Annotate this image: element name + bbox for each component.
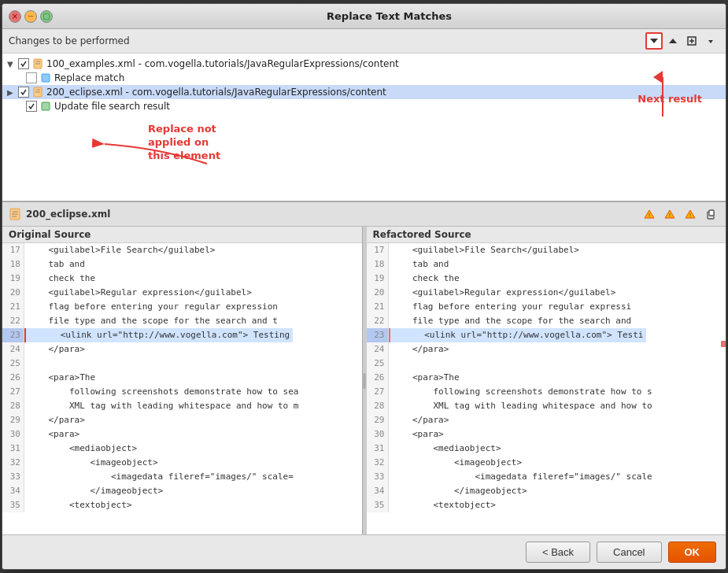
line-number: 29 <box>2 413 24 427</box>
line-number: 25 <box>2 357 24 371</box>
tree-check-file1[interactable] <box>18 58 29 69</box>
menu-button[interactable] <box>702 32 719 50</box>
line-number: 23 <box>2 328 24 342</box>
line-number: 17 <box>367 243 389 257</box>
line-code: <textobject> <box>24 498 135 512</box>
code-line: 17 <guilabel>File Search</guilabel> <box>2 243 362 257</box>
line-code: <para>The <box>389 371 463 385</box>
line-code: <guilabel>Regular expression</guilabel> <box>389 286 619 300</box>
svg-text:!: ! <box>649 213 650 218</box>
line-number: 18 <box>367 257 389 272</box>
code-line: 30 <para> <box>2 427 362 442</box>
code-line: 18 tab and <box>367 257 726 272</box>
line-code: <mediaobject> <box>389 442 504 456</box>
code-line: 17 <guilabel>File Search</guilabel> <box>367 243 726 257</box>
tree-check-file2[interactable] <box>18 87 29 98</box>
file-name: 200_eclipse.xml <box>26 209 110 220</box>
line-number: 23 <box>367 328 389 342</box>
tree-label-replace1: Replace match <box>54 72 124 83</box>
line-code: <para>The <box>24 371 98 385</box>
ok-button[interactable]: OK <box>668 542 717 563</box>
line-number: 20 <box>367 286 389 300</box>
svg-rect-24 <box>709 210 714 216</box>
changes-header: Changes to be performed <box>2 29 726 54</box>
code-line: 32 <imageobject> <box>367 456 726 470</box>
line-code: </para> <box>24 342 88 357</box>
line-number: 29 <box>367 413 389 427</box>
line-number: 33 <box>2 470 24 484</box>
window-title: Replace Text Matches <box>59 10 719 22</box>
prev-result-button[interactable] <box>664 32 682 50</box>
code-line: 18 tab and <box>2 257 362 272</box>
line-number: 31 <box>367 442 389 456</box>
line-number: 26 <box>2 371 24 385</box>
svg-rect-10 <box>42 102 50 110</box>
code-line: 33 <imagedata fileref="images/" scale= <box>2 470 362 484</box>
tree-check-update1[interactable] <box>26 101 37 112</box>
tree-item-replace1[interactable]: Replace match <box>2 71 726 85</box>
refactored-source-content[interactable]: 17 <guilabel>File Search</guilabel>18 ta… <box>367 243 726 534</box>
warning-btn-1[interactable]: ! <box>641 205 658 223</box>
line-number: 17 <box>2 243 24 257</box>
line-number: 34 <box>2 484 24 498</box>
line-code: following screenshots demonstrate how to… <box>24 385 301 399</box>
maximize-button[interactable]: □ <box>40 10 53 23</box>
line-number: 31 <box>2 442 24 456</box>
line-number: 30 <box>2 427 24 442</box>
back-button[interactable]: < Back <box>526 542 590 563</box>
warning-btn-3[interactable]: ! <box>682 205 699 223</box>
changes-header-label: Changes to be performed <box>9 35 130 46</box>
code-line: 27 following screenshots demonstrate how… <box>2 385 362 399</box>
line-number: 21 <box>2 300 24 314</box>
next-result-annotation: Next result <box>637 93 702 106</box>
code-line: 29 </para> <box>2 413 362 427</box>
line-number: 19 <box>367 272 389 286</box>
line-code: <guilabel>Regular expression</guilabel> <box>24 286 255 300</box>
tree-arrow: ▶ <box>7 88 15 97</box>
line-code: file type and the scope for the search a… <box>389 314 635 328</box>
line-code: XML tag with leading whitespace and how … <box>24 399 301 413</box>
tree-label-file2: 200_eclipse.xml - com.vogella.tutorials/… <box>46 87 386 98</box>
line-number: 33 <box>367 470 389 484</box>
scrollbar-track[interactable] <box>719 258 726 534</box>
code-line: 34 </imageobject> <box>2 484 362 498</box>
expand-button[interactable] <box>683 32 700 50</box>
cancel-button[interactable]: Cancel <box>597 542 661 563</box>
tree-label-file1: 100_examples.xml - com.vogella.tutorials… <box>46 58 399 69</box>
line-number: 34 <box>367 484 389 498</box>
refactored-source-header: Refactored Source <box>367 227 726 243</box>
next-result-button[interactable] <box>645 32 663 50</box>
line-code: </imageobject> <box>389 484 530 498</box>
code-line: 26 <para>The <box>2 371 362 385</box>
line-code: following screenshots demonstrate how to… <box>389 385 656 399</box>
line-code: XML tag with leading whitespace and how … <box>389 399 656 413</box>
line-number: 19 <box>2 272 24 286</box>
tree-item-file1[interactable]: ▼ 100_examples.xml - com.vogella.tutoria… <box>2 57 726 71</box>
code-line: 21 flag before entering your regular exp… <box>2 300 362 314</box>
line-code: check the <box>24 272 98 286</box>
tree-check-replace1[interactable] <box>26 72 37 83</box>
line-code: <imageobject> <box>389 456 526 470</box>
copy-btn[interactable] <box>702 205 719 223</box>
line-code: <para> <box>24 427 83 442</box>
tree-item-file2[interactable]: ▶ 200_eclipse.xml - com.vogella.tutorial… <box>2 85 726 99</box>
tree-arrow: ▼ <box>7 60 15 68</box>
code-line: 25 <box>367 357 726 371</box>
file-icon <box>32 87 43 98</box>
line-number: 25 <box>367 357 389 371</box>
warning-btn-2[interactable]: ! <box>661 205 678 223</box>
code-line: 21 flag before entering your regular exp… <box>367 300 726 314</box>
line-code: </para> <box>389 342 453 357</box>
changes-panel: Changes to be performed <box>2 29 726 202</box>
code-line: 19 check the <box>367 272 726 286</box>
line-number: 20 <box>2 286 24 300</box>
original-source-content[interactable]: 17 <guilabel>File Search</guilabel>18 ta… <box>2 243 362 534</box>
dropdown-icon <box>705 35 716 46</box>
minimize-button[interactable]: − <box>24 10 37 23</box>
line-code: tab and <box>389 257 453 272</box>
tree-label-update1: Update file search result <box>54 101 170 112</box>
close-button[interactable]: × <box>9 10 21 23</box>
tree-item-update1[interactable]: Update file search result <box>2 99 726 113</box>
line-code: file type and the scope for the search a… <box>24 314 281 328</box>
line-number: 35 <box>2 498 24 512</box>
